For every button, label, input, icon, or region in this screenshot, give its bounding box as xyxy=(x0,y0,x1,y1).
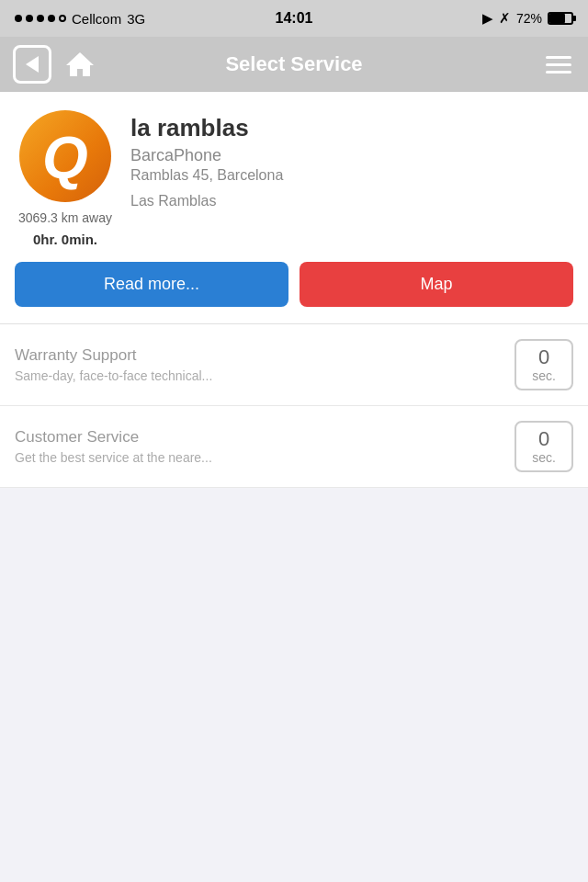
action-buttons-row: Read more... Map xyxy=(0,247,588,323)
signal-indicator xyxy=(15,15,66,22)
signal-dot-2 xyxy=(26,15,33,22)
badge-unit: sec. xyxy=(532,368,556,383)
distance-label: 3069.3 km away xyxy=(18,209,112,228)
home-button[interactable] xyxy=(62,47,97,82)
signal-dot-3 xyxy=(37,15,44,22)
battery-percentage: 72% xyxy=(516,11,542,26)
badge-count: 0 xyxy=(538,346,549,368)
menu-icon xyxy=(546,71,571,74)
time-label: 14:01 xyxy=(276,10,313,27)
status-bar: Cellcom 3G 14:01 ▶ ✗ 72% xyxy=(0,0,588,37)
badge-count: 0 xyxy=(538,428,549,450)
network-label: 3G xyxy=(127,11,145,27)
service-title: Warranty Support xyxy=(15,346,503,365)
nav-left xyxy=(13,45,97,84)
home-icon xyxy=(64,51,96,78)
page-title: Select Service xyxy=(225,52,362,76)
bluetooth-icon: ✗ xyxy=(499,10,511,27)
battery-icon xyxy=(548,12,573,25)
services-list: Warranty Support Same-day, face-to-face … xyxy=(0,323,588,488)
status-left: Cellcom 3G xyxy=(15,11,145,27)
back-arrow-icon xyxy=(26,56,39,73)
business-name: la ramblas xyxy=(130,114,573,142)
business-address: Ramblas 45, Barcelona xyxy=(130,167,573,184)
service-badge: 0 sec. xyxy=(514,339,573,390)
service-badge: 0 sec. xyxy=(514,421,573,472)
badge-unit: sec. xyxy=(532,450,556,465)
service-description: Same-day, face-to-face technical... xyxy=(15,368,503,383)
logo-area: Q 3069.3 km away 0hr. 0min. xyxy=(15,110,116,247)
menu-icon xyxy=(546,56,571,59)
logo-letter: Q xyxy=(42,129,88,187)
battery-fill xyxy=(549,14,565,23)
business-logo: Q xyxy=(19,110,111,202)
eta-label: 0hr. 0min. xyxy=(33,232,97,247)
business-area: Las Ramblas xyxy=(130,193,573,209)
business-brand: BarcaPhone xyxy=(130,146,573,165)
menu-icon xyxy=(546,63,571,66)
service-text: Warranty Support Same-day, face-to-face … xyxy=(15,346,503,383)
back-button[interactable] xyxy=(13,45,51,84)
signal-dot-4 xyxy=(48,15,55,22)
service-title: Customer Service xyxy=(15,428,503,447)
nav-bar: Select Service xyxy=(0,37,588,92)
service-text: Customer Service Get the best service at… xyxy=(15,428,503,465)
svg-marker-0 xyxy=(66,52,94,76)
location-icon: ▶ xyxy=(482,10,493,27)
signal-dot-5 xyxy=(59,15,66,22)
menu-button[interactable] xyxy=(542,52,575,77)
service-item[interactable]: Warranty Support Same-day, face-to-face … xyxy=(0,324,588,406)
main-content: Q 3069.3 km away 0hr. 0min. la ramblas B… xyxy=(0,92,588,488)
business-section: Q 3069.3 km away 0hr. 0min. la ramblas B… xyxy=(0,92,588,247)
carrier-label: Cellcom xyxy=(72,11,121,27)
service-item[interactable]: Customer Service Get the best service at… xyxy=(0,406,588,488)
signal-dot-1 xyxy=(15,15,22,22)
business-info: la ramblas BarcaPhone Ramblas 45, Barcel… xyxy=(130,110,573,209)
map-button[interactable]: Map xyxy=(300,262,573,307)
service-description: Get the best service at the neare... xyxy=(15,450,503,465)
status-right: ▶ ✗ 72% xyxy=(482,10,573,27)
read-more-button[interactable]: Read more... xyxy=(15,262,288,307)
